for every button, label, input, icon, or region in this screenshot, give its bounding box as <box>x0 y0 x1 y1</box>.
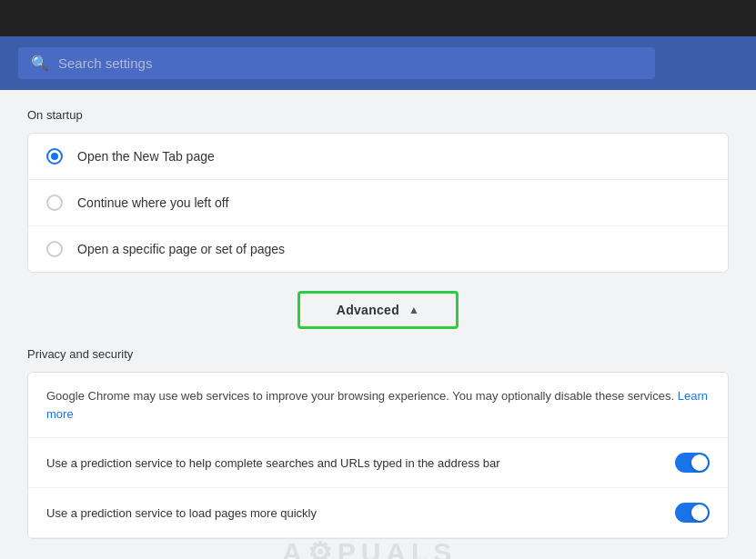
radio-open-new-tab[interactable] <box>46 148 63 165</box>
option-row-3[interactable]: Open a specific page or set of pages <box>28 226 728 272</box>
privacy-card: Google Chrome may use web services to im… <box>27 372 729 539</box>
toggle-row-1: Use a prediction service to help complet… <box>28 438 728 488</box>
radio-specific-page[interactable] <box>46 241 63 257</box>
toggle-label-1: Use a prediction service to help complet… <box>46 456 657 470</box>
search-icon: 🔍 <box>31 55 49 72</box>
privacy-info-text: Google Chrome may use web services to im… <box>46 387 710 423</box>
search-bar: 🔍 <box>18 47 655 79</box>
privacy-info-row: Google Chrome may use web services to im… <box>28 373 728 438</box>
radio-continue[interactable] <box>46 195 63 211</box>
toggle-1[interactable] <box>675 453 710 473</box>
toggle-2[interactable] <box>675 503 710 523</box>
top-bar <box>0 0 756 36</box>
option-row-1[interactable]: Open the New Tab page <box>28 134 728 180</box>
privacy-section-title: Privacy and security <box>27 347 729 361</box>
option-label-3: Open a specific page or set of pages <box>77 242 285 256</box>
option-row-2[interactable]: Continue where you left off <box>28 180 728 226</box>
advanced-chevron-icon: ▲ <box>408 304 419 316</box>
content-area: On startup Open the New Tab page Continu… <box>0 90 756 557</box>
advanced-button[interactable]: Advanced ▲ <box>297 291 459 329</box>
watermark: A⚙PUALS <box>282 536 457 559</box>
toggle-label-2: Use a prediction service to load pages m… <box>46 506 657 520</box>
on-startup-title: On startup <box>27 108 729 122</box>
toggle-row-2: Use a prediction service to load pages m… <box>28 488 728 538</box>
startup-options-card: Open the New Tab page Continue where you… <box>27 133 729 273</box>
advanced-btn-container: A⚙PUALS Advanced ▲ <box>27 291 729 329</box>
option-label-2: Continue where you left off <box>77 195 228 210</box>
search-input[interactable] <box>58 55 642 71</box>
option-label-1: Open the New Tab page <box>77 149 215 164</box>
advanced-button-label: Advanced <box>337 303 399 317</box>
search-bar-container: 🔍 <box>0 36 756 90</box>
